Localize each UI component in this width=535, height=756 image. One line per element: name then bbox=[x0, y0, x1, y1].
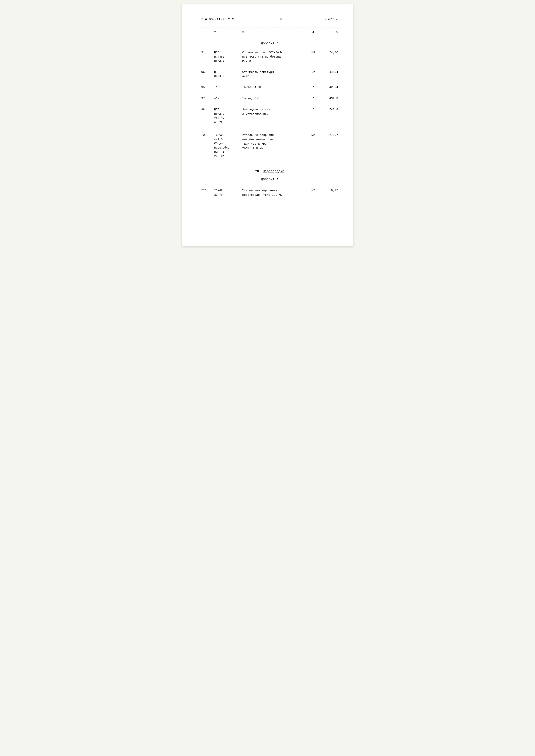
row-ref: –"– bbox=[214, 85, 242, 90]
row-unit: кг bbox=[306, 69, 321, 74]
row-value: 425,4 bbox=[321, 85, 338, 90]
col-header-3: 3 bbox=[242, 30, 306, 35]
section2-prefix: УП. bbox=[255, 170, 261, 173]
row-desc: Устройство кирпичныхперегородок толщ.I20… bbox=[242, 188, 306, 197]
header: т.п.807-11-2 (У.2) 58 18078-06 bbox=[201, 17, 338, 21]
dashed-line-top bbox=[201, 28, 338, 28]
table-row: II6 I3-482I-7и Устройство кирпичныхперег… bbox=[201, 187, 338, 199]
row-unit: м2 bbox=[306, 188, 321, 193]
row-value: 445,4 bbox=[321, 69, 338, 74]
row-value: 0,07 bbox=[321, 188, 338, 193]
row-desc: Закладные деталис металлизацией bbox=[242, 107, 306, 117]
row-id: II6 bbox=[201, 188, 214, 193]
row-ref: ЦТПп.4352прил.3 bbox=[214, 50, 242, 63]
row-ref: –"– bbox=[214, 96, 242, 101]
row-ref: ЦТПприл.2тех.ч.п. 22 bbox=[214, 107, 242, 124]
section2-subtitle: Перегородки bbox=[263, 170, 284, 173]
row-value: I42,6 bbox=[321, 107, 338, 112]
row-ref: I3-482I-7и bbox=[214, 188, 242, 197]
col-header-5: 5 bbox=[321, 30, 338, 35]
row-id: 91 bbox=[201, 50, 214, 55]
row-value: 43I,8 bbox=[321, 96, 338, 101]
row-desc: То же, В-I bbox=[242, 96, 306, 101]
table-header: I 2 3 4 5 bbox=[201, 28, 338, 37]
row-value: 278,7 bbox=[321, 133, 338, 137]
table-row: 97 –"– То же, В-I " 43I,8 bbox=[201, 94, 338, 102]
table-row: 95 –"– То же, А-ШI " 425,4 bbox=[201, 83, 338, 91]
table-row: I09 I6-600к-I,3Сб.доп.Моск.обл.вып. I26-… bbox=[201, 131, 338, 159]
section1-title: Добавить: bbox=[201, 41, 338, 45]
row-id: I09 bbox=[201, 133, 214, 137]
row-desc: Стоимость арматурыА-ШВ bbox=[242, 69, 306, 79]
table-row: 91 ЦТПп.4352прил.3 Стоимость плит ПСI-3А… bbox=[201, 49, 338, 65]
row-value: I4,30 bbox=[321, 50, 338, 55]
row-ref: I6-600к-I,3Сб.доп.Моск.обл.вып. I26-I0в bbox=[214, 133, 242, 158]
dashed-line-bottom bbox=[201, 37, 338, 37]
header-left: т.п.807-11-2 (У.2) bbox=[201, 18, 236, 21]
table-row: 98 ЦТПприл.2тех.ч.п. 22 Закладные детали… bbox=[201, 106, 338, 126]
row-unit: " bbox=[306, 107, 321, 112]
table-row: 96 ЦТПприл.2 Стоимость арматурыА-ШВ кг 4… bbox=[201, 68, 338, 80]
row-unit: " bbox=[306, 85, 321, 90]
col-header-1: I bbox=[201, 30, 214, 35]
row-desc: Утепление покрытияпенобетонными пли-тами… bbox=[242, 133, 306, 150]
row-unit: м2 bbox=[306, 133, 321, 137]
column-headers: I 2 3 4 5 bbox=[201, 29, 338, 36]
section2-add: Добавить: bbox=[201, 177, 338, 181]
header-center: 58 bbox=[278, 18, 282, 21]
col-header-2: 2 bbox=[214, 30, 242, 35]
row-id: 98 bbox=[201, 107, 214, 112]
row-id: 97 bbox=[201, 96, 214, 101]
page: т.п.807-11-2 (У.2) 58 18078-06 I 2 3 4 5… bbox=[182, 4, 353, 246]
row-id: 95 bbox=[201, 85, 214, 90]
row-id: 96 bbox=[201, 69, 214, 74]
row-desc: Стоимость плит ПСI-3АШв,ПСI-4АШв (4) из … bbox=[242, 50, 306, 64]
row-unit: " bbox=[306, 96, 321, 101]
section2-header: УП. Перегородки bbox=[201, 170, 338, 173]
header-right: 18078-06 bbox=[325, 17, 338, 21]
row-ref: ЦТПприл.2 bbox=[214, 69, 242, 78]
col-header-4: 4 bbox=[306, 30, 321, 35]
row-desc: То же, А-ШI bbox=[242, 85, 306, 90]
row-unit: м3 bbox=[306, 50, 321, 55]
